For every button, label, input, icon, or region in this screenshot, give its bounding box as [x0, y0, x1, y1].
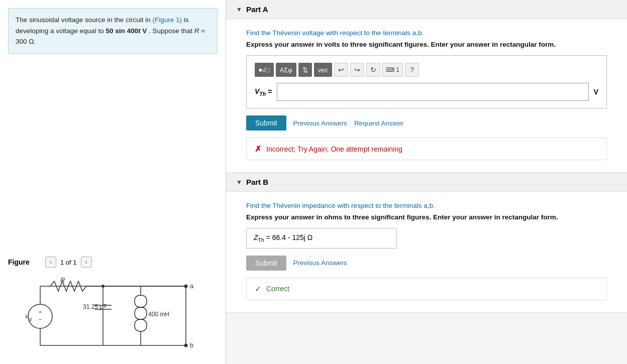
part-b-answer-display: ZTh = 66.4 - 125j Ω [246, 228, 397, 249]
part-a-body: Find the Thévenin voltage with respect t… [226, 19, 627, 172]
part-b-feedback: ✓ Correct [246, 278, 607, 300]
figure-nav-bar: ‹ 1 of 1 › [45, 257, 92, 268]
part-a-section: ▼ Part A Find the Thévenin voltage with … [226, 0, 627, 173]
part-b-action-row: Submit Previous Answers [246, 256, 607, 271]
zth-label: ZTh [254, 233, 266, 241]
right-panel: ▼ Part A Find the Thévenin voltage with … [226, 0, 627, 364]
part-a-toolbar: ■√□ ΑΣφ ⇅ vec ↩ ↪ ↻ ⌨ 1 ? [255, 63, 598, 77]
keyboard-button[interactable]: ⌨ 1 [382, 63, 403, 77]
x-icon: ✗ [255, 144, 261, 154]
part-a-action-row: Submit Previous Answers Request Answer [246, 115, 607, 131]
vec-button[interactable]: vec [314, 63, 332, 77]
problem-math: 50 sin 400t V [106, 27, 147, 35]
part-a-input-row: VTh = V [255, 83, 598, 101]
next-figure-button[interactable]: › [81, 257, 92, 268]
svg-text:−: − [39, 316, 42, 322]
part-b-submit-button[interactable]: Submit [246, 256, 286, 271]
alpha-sigma-phi-button[interactable]: ΑΣφ [276, 63, 296, 77]
part-b-direction: Express your answer in ohms to three sig… [246, 213, 607, 221]
part-a-feedback-text: Incorrect; Try Again; One attempt remain… [266, 145, 402, 153]
prev-figure-button[interactable]: ‹ [45, 257, 56, 268]
figure-link[interactable]: (Figure 1) [152, 16, 182, 24]
svg-text:b: b [190, 341, 193, 349]
part-b-label: Part B [246, 178, 268, 186]
part-b-correct-text: Correct [266, 285, 289, 293]
svg-text:400 mH: 400 mH [148, 311, 169, 318]
vth-input[interactable] [277, 83, 588, 101]
figure-label: Figure [8, 258, 30, 266]
left-panel: The sinusoidal voltage source in the cir… [0, 0, 226, 364]
refresh-button[interactable]: ↻ [366, 63, 380, 77]
part-b-section: ▼ Part B Find the Thévenin impedance wit… [226, 173, 627, 313]
circuit-svg: + − v g R a [10, 271, 211, 356]
part-b-instruction: Find the Thévenin impedance with respect… [246, 202, 607, 209]
arrows-button[interactable]: ⇅ [298, 63, 312, 77]
sqrt-button[interactable]: ■√□ [255, 63, 274, 77]
vth-label: VTh = [255, 87, 272, 97]
part-a-instruction: Find the Thévenin voltage with respect t… [246, 29, 607, 37]
problem-text-3: . Suppose that [149, 27, 192, 35]
svg-text:a: a [190, 282, 194, 290]
part-a-header: ▼ Part A [226, 0, 627, 19]
part-a-prev-answers-button[interactable]: Previous Answers [293, 119, 347, 127]
part-a-label: Part A [246, 5, 268, 14]
help-button[interactable]: ? [405, 63, 419, 77]
svg-text:31.25 μF: 31.25 μF [83, 303, 107, 310]
problem-text-1: The sinusoidal voltage source in the cir… [16, 16, 151, 24]
part-a-chevron: ▼ [236, 6, 242, 13]
part-a-submit-button[interactable]: Submit [246, 115, 286, 131]
part-b-chevron: ▼ [236, 179, 242, 186]
check-icon: ✓ [255, 284, 261, 294]
part-b-header: ▼ Part B [226, 173, 627, 192]
svg-text:g: g [29, 316, 32, 321]
part-a-feedback: ✗ Incorrect; Try Again; One attempt rema… [246, 138, 607, 160]
undo-button[interactable]: ↩ [334, 63, 348, 77]
redo-button[interactable]: ↪ [350, 63, 364, 77]
svg-text:+: + [39, 309, 42, 315]
figure-nav-text: 1 of 1 [60, 259, 77, 266]
part-a-request-answer-button[interactable]: Request Answer [354, 119, 403, 127]
part-a-direction: Express your answer in volts to three si… [246, 41, 607, 48]
zth-value: = 66.4 - 125j Ω [266, 233, 313, 241]
vth-unit: V [594, 88, 598, 96]
part-b-body: Find the Thévenin impedance with respect… [226, 192, 627, 312]
circuit-diagram: + − v g R a [0, 269, 221, 359]
part-b-prev-answers-button[interactable]: Previous Answers [293, 259, 347, 267]
problem-statement: The sinusoidal voltage source in the cir… [8, 8, 218, 54]
part-a-answer-box: ■√□ ΑΣφ ⇅ vec ↩ ↪ ↻ ⌨ 1 ? VTh = V [246, 55, 607, 108]
